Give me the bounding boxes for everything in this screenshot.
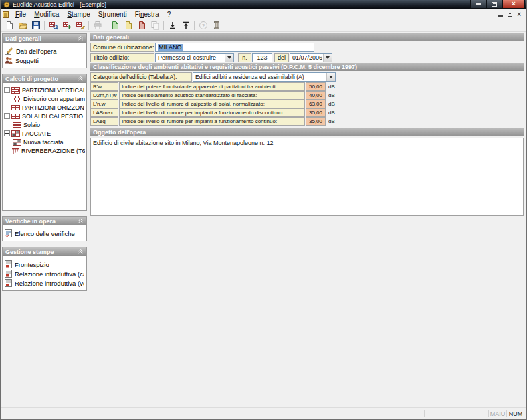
tree-item-facciate[interactable]: FACCIATE xyxy=(4,129,85,138)
menu-file[interactable]: File xyxy=(11,10,30,19)
find-edit-icon[interactable] xyxy=(74,20,86,31)
panel-header-dati-generali[interactable]: Dati generali xyxy=(3,34,86,43)
menu-strumenti[interactable]: Strumenti xyxy=(94,10,131,19)
collapse-chevron-icon[interactable] xyxy=(78,218,84,224)
requisito-value-field[interactable]: 35,00 xyxy=(306,117,326,126)
collapse-chevron-icon[interactable] xyxy=(78,76,84,82)
requisito-row-rw: R'w Indice del potere fonoisolante appar… xyxy=(90,82,524,91)
copy-doc-icon[interactable] xyxy=(148,20,161,31)
requisito-value-field[interactable]: 50,00 xyxy=(306,82,326,91)
panel-header-calcoli[interactable]: Calcoli di progetto xyxy=(3,74,86,83)
facade-icon xyxy=(11,130,20,137)
find-add-icon[interactable] xyxy=(60,20,73,31)
slab-icon xyxy=(11,104,20,111)
chevron-down-icon[interactable] xyxy=(323,54,332,62)
sidebar-item-relazione-verifiche[interactable]: Relazione introduttiva (verifiche) xyxy=(5,278,84,288)
unit-label: dB xyxy=(326,91,335,100)
categoria-label: Categoria dell'edificio (Tabella A): xyxy=(90,72,192,82)
categoria-value: Edifici adibiti a residenza ed assimilab… xyxy=(195,74,326,80)
close-button[interactable]: × xyxy=(502,0,525,9)
mdi-restore-button[interactable] xyxy=(508,11,512,18)
slab-icon xyxy=(11,113,20,120)
print-icon[interactable] xyxy=(91,20,104,31)
panel-title: Calcoli di progetto xyxy=(5,76,58,82)
save-icon[interactable] xyxy=(29,20,42,31)
print-page-icon xyxy=(5,279,12,287)
tree-collapse-box[interactable] xyxy=(4,87,10,93)
people-icon xyxy=(5,56,13,64)
collapse-chevron-icon[interactable] xyxy=(78,249,84,255)
toolbar: ? xyxy=(1,19,526,32)
sidebar-item-frontespizio[interactable]: Frontespizio xyxy=(5,259,84,269)
sidebar-item-elenco-verifiche[interactable]: Elenco delle verifiche xyxy=(5,229,84,238)
data-select[interactable]: 01/07/2006 xyxy=(290,53,332,62)
tree-item-label: RIVERBERAZIONE (T60) xyxy=(21,148,85,154)
doc-yellow-icon[interactable] xyxy=(122,20,134,31)
titolo-select[interactable]: Permesso di costruire xyxy=(155,53,234,62)
data-label: del xyxy=(274,53,289,62)
unit-label: dB xyxy=(326,117,335,126)
requisito-value-field[interactable]: 40,00 xyxy=(306,91,326,100)
menu-help[interactable]: ? xyxy=(163,10,175,19)
find-icon[interactable] xyxy=(47,20,60,31)
tree-item-partizioni-orizzontali[interactable]: PARTIZIONI ORIZZONTALI xyxy=(4,103,85,112)
requisito-row-laeq: LAeq Indice del livello di rumore per im… xyxy=(90,117,524,126)
tree-item-divisorio[interactable]: Divisorio con appartamento xyxy=(4,94,85,103)
panel-verifiche-in-opera: Verifiche in opera Elenco delle verifich… xyxy=(2,216,87,241)
panel-header-gestione-stampe[interactable]: Gestione stampe xyxy=(3,247,86,256)
sidebar-item-label: Soggetti xyxy=(15,57,39,64)
requisito-row-d2mntw: D2m,nT,w Indice dell'isolamento acustico… xyxy=(90,91,524,100)
numero-input[interactable]: 123 xyxy=(252,53,272,62)
oggetto-textarea[interactable]: Edificio di civile abitazione sito in Mi… xyxy=(90,138,524,216)
new-icon[interactable] xyxy=(3,20,15,31)
tree-item-partizioni-verticali[interactable]: PARTIZIONI VERTICALI xyxy=(4,86,85,94)
num-lock-indicator: NUM xyxy=(507,411,524,417)
document-system-icon[interactable] xyxy=(3,11,9,18)
toolbar-separator xyxy=(194,21,195,30)
collapse-chevron-icon[interactable] xyxy=(78,35,84,41)
section-header-classificazione: Classificazione degli ambienti abitativi… xyxy=(90,63,524,71)
panel-header-verifiche[interactable]: Verifiche in opera xyxy=(3,217,86,225)
chevron-down-icon[interactable] xyxy=(225,54,233,62)
column-icon[interactable] xyxy=(210,20,223,31)
requisito-desc: Indice del livello di rumore per impiant… xyxy=(119,117,305,126)
sidebar-item-label: Elenco delle verifiche xyxy=(15,230,75,237)
toolbar-separator xyxy=(106,21,106,30)
sidebar-item-soggetti[interactable]: Soggetti xyxy=(5,56,84,65)
panel-dati-generali: Dati generali Dati dell'opera xyxy=(2,33,87,68)
menu-bar: File Modifica Stampe Strumenti Finestra … xyxy=(1,9,526,19)
tree-item-label: Solaio xyxy=(23,122,40,128)
tree-item-label: PARTIZIONI ORIZZONTALI xyxy=(22,104,85,111)
menu-finestra[interactable]: Finestra xyxy=(131,10,163,19)
sidebar-item-dati-dellopera[interactable]: Dati dell'opera xyxy=(5,46,84,56)
arrow-up-icon[interactable] xyxy=(179,20,192,31)
doc-red-icon[interactable] xyxy=(135,20,148,31)
menu-label: ? xyxy=(167,11,171,18)
open-icon[interactable] xyxy=(16,20,29,31)
categoria-select[interactable]: Edifici adibiti a residenza ed assimilab… xyxy=(193,72,336,82)
doc-green-icon[interactable] xyxy=(108,20,121,31)
requisito-value-field[interactable]: 35,00 xyxy=(306,108,326,117)
panel-calcoli-di-progetto: Calcoli di progetto PARTIZIONI VERTICALI xyxy=(2,74,87,211)
tree-item-riverberazione[interactable]: RIVERBERAZIONE (T60) xyxy=(4,146,85,155)
restore-button[interactable] xyxy=(486,0,502,9)
tree-item-nuova-facciata[interactable]: Nuova facciata xyxy=(4,138,85,146)
comune-input[interactable]: MILANO xyxy=(155,43,314,52)
sidebar-item-relazione-calcoli[interactable]: Relazione introduttiva (calcoli) xyxy=(5,269,84,278)
requisito-value-field[interactable]: 63,00 xyxy=(306,100,326,108)
arrow-down-icon[interactable] xyxy=(166,20,179,31)
tree-item-solaio[interactable]: Solaio xyxy=(4,120,85,129)
app-icon[interactable] xyxy=(3,1,10,8)
titolo-label: Titolo edilizio: xyxy=(90,53,154,62)
chevron-down-icon[interactable] xyxy=(326,73,335,81)
help-icon[interactable]: ? xyxy=(197,20,209,31)
menu-stampe[interactable]: Stampe xyxy=(63,10,94,19)
menu-modifica[interactable]: Modifica xyxy=(30,10,63,19)
tree-item-solai-di-calpestio[interactable]: SOLAI DI CALPESTIO xyxy=(4,112,85,120)
mdi-minimize-button[interactable] xyxy=(498,11,503,18)
toolbar-separator xyxy=(163,21,164,30)
tree-collapse-box[interactable] xyxy=(4,113,10,119)
mdi-close-button[interactable]: × xyxy=(517,12,521,17)
minimize-button[interactable] xyxy=(470,0,486,9)
tree-collapse-box[interactable] xyxy=(4,130,10,136)
